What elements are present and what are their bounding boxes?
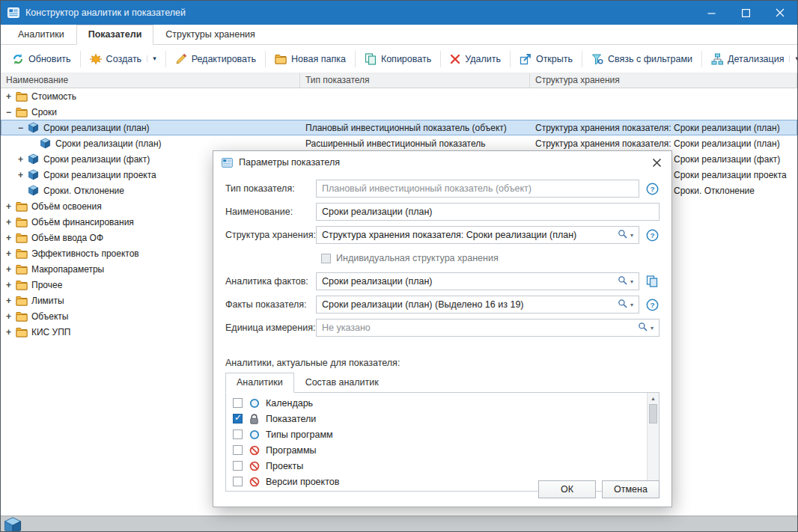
help-icon[interactable]: ? bbox=[645, 229, 660, 242]
edit-button[interactable]: Редактировать bbox=[168, 49, 263, 69]
cube-icon bbox=[26, 122, 40, 133]
dialog-tabstrip: АналитикиСостав аналитик bbox=[225, 373, 660, 393]
expand-plus-icon[interactable]: + bbox=[3, 264, 14, 275]
checkbox-icon[interactable] bbox=[233, 429, 243, 439]
tree-row-label: КИС УПП bbox=[31, 327, 71, 337]
create-button[interactable]: Создать▾ bbox=[83, 49, 163, 69]
dimension-icon bbox=[249, 398, 260, 409]
search-icon[interactable] bbox=[638, 322, 648, 334]
analytics-list-item[interactable]: Календарь bbox=[226, 395, 646, 411]
cube-icon bbox=[26, 153, 40, 165]
expand-minus-icon[interactable]: − bbox=[3, 107, 14, 117]
help-icon[interactable]: ? bbox=[645, 299, 660, 311]
dropdown-caret-icon[interactable]: ▾ bbox=[651, 325, 654, 331]
dialog-tab-analytics[interactable]: Аналитики bbox=[225, 373, 294, 393]
analytics-listbox: КалендарьПоказателиТипы программПрограмм… bbox=[225, 393, 660, 492]
checkbox-icon[interactable] bbox=[233, 414, 243, 424]
expand-minus-icon[interactable]: − bbox=[15, 123, 26, 133]
type-field-input[interactable]: Плановый инвестиционный показатель (объе… bbox=[316, 180, 639, 198]
expand-plus-icon[interactable]: + bbox=[3, 327, 14, 337]
individual-storage-checkbox[interactable]: Индивидуальная структура хранения bbox=[321, 253, 660, 263]
expand-plus-icon[interactable]: + bbox=[3, 311, 14, 322]
expand-plus-icon[interactable]: + bbox=[3, 233, 14, 243]
close-button[interactable] bbox=[763, 1, 797, 25]
dialog-tab-analytics-composition[interactable]: Состав аналитик bbox=[294, 373, 390, 393]
fact-analytics-field-input[interactable]: Сроки реализации (план)▾ bbox=[316, 272, 639, 290]
tab-analytics[interactable]: Аналитики bbox=[6, 25, 76, 45]
dropdown-caret-icon[interactable]: ▾ bbox=[630, 278, 633, 285]
tree-row[interactable]: +Стоимость bbox=[1, 88, 797, 104]
fact-analytics-field: Аналитика фактов:Сроки реализации (план)… bbox=[225, 272, 660, 290]
lookup-controls: ▾ bbox=[618, 229, 633, 241]
field-label: Тип показателя: bbox=[225, 183, 316, 194]
dropdown-caret-icon[interactable]: ▾ bbox=[789, 55, 798, 62]
delete-button[interactable]: Удалить bbox=[443, 50, 508, 68]
refresh-button[interactable]: Обновить bbox=[5, 49, 78, 69]
ok-button[interactable]: ОК bbox=[538, 480, 596, 498]
dropdown-caret-icon[interactable]: ▾ bbox=[147, 55, 156, 62]
cancel-button[interactable]: Отмена bbox=[602, 480, 660, 498]
analytics-list-item[interactable]: Типы программ bbox=[226, 426, 646, 442]
dialog-close-icon[interactable] bbox=[651, 156, 663, 169]
expand-plus-icon[interactable]: + bbox=[3, 248, 14, 259]
scroll-thumb[interactable] bbox=[649, 404, 657, 424]
toolbar: ОбновитьСоздать▾РедактироватьНовая папка… bbox=[1, 45, 797, 73]
field-value: Структура хранения показателя: Сроки реа… bbox=[322, 230, 613, 240]
tree-row-label: Стоимость bbox=[31, 91, 76, 102]
tree-row-storage-cell: Структура хранения показателя: Сроки реа… bbox=[530, 123, 797, 133]
analytics-list-item[interactable]: Показатели bbox=[226, 411, 646, 426]
detail-button[interactable]: Детализация▾ bbox=[704, 49, 798, 69]
column-header[interactable]: Структура хранения bbox=[530, 73, 797, 88]
scroll-track[interactable] bbox=[648, 424, 659, 480]
field-value: Плановый инвестиционный показатель (объе… bbox=[322, 183, 633, 194]
checkbox-icon[interactable] bbox=[233, 398, 243, 408]
tree-row[interactable]: −Сроки реализации (план)Плановый инвести… bbox=[1, 120, 797, 135]
name-field-input[interactable]: Сроки реализации (план) bbox=[316, 203, 660, 221]
tab-storage-structures[interactable]: Структуры хранения bbox=[153, 25, 266, 45]
indicator-facts-field-input[interactable]: Сроки реализации (план) (Выделено 16 из … bbox=[316, 296, 639, 314]
delete-icon bbox=[450, 54, 460, 64]
checkbox-icon[interactable] bbox=[233, 445, 243, 455]
open-button[interactable]: Открыть bbox=[513, 49, 579, 69]
search-icon[interactable] bbox=[618, 299, 627, 311]
filter-link-button[interactable]: Связь с фильтрами bbox=[585, 49, 699, 69]
expand-plus-icon[interactable]: + bbox=[3, 217, 14, 227]
copy-button[interactable]: Копировать bbox=[358, 49, 438, 69]
checkbox-icon[interactable] bbox=[233, 461, 243, 471]
tab-indicators[interactable]: Показатели bbox=[76, 25, 154, 45]
tree-row-label: Эффективность проектов bbox=[31, 248, 139, 259]
search-icon[interactable] bbox=[618, 229, 627, 241]
unit-field: Единица измерения:Не указано▾ bbox=[225, 319, 660, 337]
maximize-button[interactable] bbox=[728, 1, 763, 25]
checkbox-icon[interactable] bbox=[233, 477, 243, 486]
tree-row[interactable]: Сроки реализации (план)Расширенный инвес… bbox=[1, 135, 797, 151]
toolbar-button-label: Создать bbox=[106, 54, 142, 64]
lookup-controls: ▾ bbox=[618, 299, 633, 311]
open-icon bbox=[520, 53, 532, 65]
dropdown-caret-icon[interactable]: ▾ bbox=[630, 232, 633, 239]
unit-field-input[interactable]: Не указано▾ bbox=[316, 319, 660, 337]
main-tabstrip: АналитикиПоказателиСтруктуры хранения bbox=[1, 25, 797, 45]
expand-plus-icon[interactable]: + bbox=[3, 91, 14, 102]
help-icon[interactable]: ? bbox=[645, 183, 660, 195]
dropdown-caret-icon[interactable]: ▾ bbox=[630, 302, 633, 308]
tree-row[interactable]: −Сроки bbox=[1, 104, 797, 120]
column-header[interactable]: Наименование bbox=[1, 73, 300, 88]
new-folder-button[interactable]: Новая папка bbox=[268, 50, 353, 68]
expand-plus-icon[interactable]: + bbox=[3, 296, 14, 306]
scrollbar[interactable]: ▲ ▼ bbox=[647, 393, 659, 491]
copy-ref-icon[interactable] bbox=[645, 275, 660, 287]
search-icon[interactable] bbox=[618, 275, 627, 287]
expand-plus-icon[interactable]: + bbox=[3, 280, 14, 290]
analytics-list-item[interactable]: Программы bbox=[226, 442, 646, 458]
minimize-button[interactable] bbox=[694, 1, 728, 25]
storage-structure-field-input[interactable]: Структура хранения показателя: Сроки реа… bbox=[316, 226, 639, 244]
expand-plus-icon[interactable]: + bbox=[15, 154, 26, 165]
checkbox-icon[interactable] bbox=[321, 254, 331, 263]
scroll-up-icon[interactable]: ▲ bbox=[648, 393, 659, 404]
expand-plus-icon[interactable]: + bbox=[15, 170, 26, 180]
column-header[interactable]: Тип показателя bbox=[300, 73, 530, 88]
toolbar-button-label: Редактировать bbox=[192, 54, 256, 64]
analytics-list-item[interactable]: Проекты bbox=[226, 458, 646, 474]
expand-plus-icon[interactable]: + bbox=[3, 201, 14, 212]
